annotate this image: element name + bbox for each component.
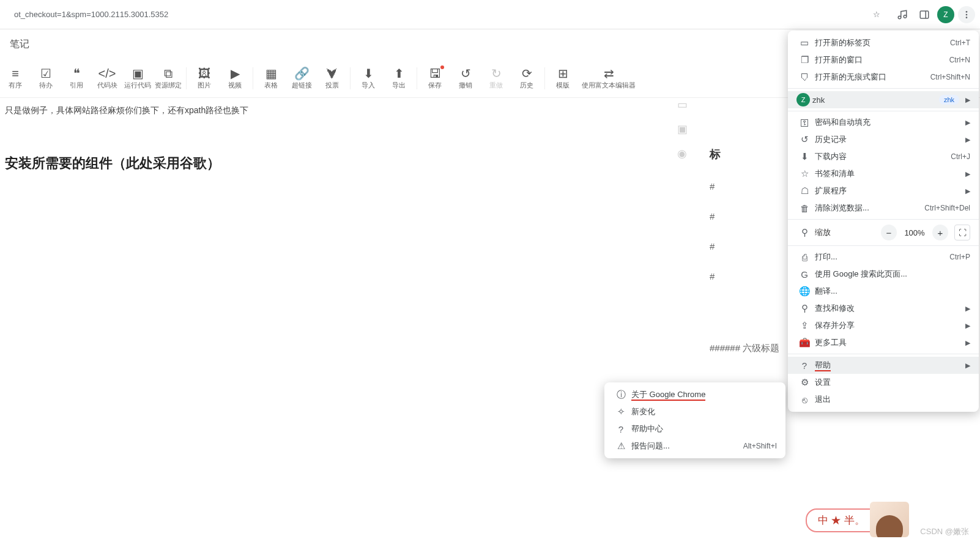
sparkle-icon: ✧ [613,406,629,417]
menu-new-window[interactable]: ❐打开新的窗口Ctrl+N [788,51,979,69]
list-icon: ≡ [12,66,19,81]
tab-icon: ▭ [796,37,812,48]
exit-icon: ⎋ [796,395,812,405]
bookmark-star-icon[interactable]: ☆ [873,10,880,19]
toolbar-import-button[interactable]: ⬇导入 [353,62,384,95]
vote-icon: ⮟ [326,66,338,81]
svg-point-5 [966,13,968,15]
toolbar-label: 重做 [489,81,503,90]
menu-more-tools[interactable]: 🧰更多工具▶ [788,334,979,351]
toolbar-save-button[interactable]: 🖫保存 [420,62,450,95]
bind-icon: ⧉ [164,66,173,81]
menu-help[interactable]: ?帮助▶ [788,357,979,374]
help-icon: ? [796,360,812,371]
chrome-menu-button[interactable] [958,6,975,23]
video-icon: ▶ [231,66,240,81]
tools-icon: 🧰 [796,337,812,348]
toolbar-vote-button[interactable]: ⮟投票 [317,62,347,95]
download-icon: ⬇ [796,151,812,162]
code-icon: </> [98,66,116,81]
unsaved-dot-icon [440,65,444,69]
key-icon: ⚿ [796,117,812,128]
toolbar-label: 表格 [264,81,278,90]
menu-translate[interactable]: 🌐翻译... [788,283,979,300]
incognito-icon: ⛉ [796,72,812,83]
book-icon[interactable]: ▣ [677,122,688,136]
toolbar-img-button[interactable]: 🖼图片 [189,62,220,95]
toolbar-label: 导入 [362,81,375,90]
url-box[interactable]: ot_checkout=1&spm=1000.2115.3001.5352 ☆ [5,4,889,25]
menu-find[interactable]: ⚲查找和修改▶ [788,300,979,317]
table-icon: ▦ [265,66,277,81]
toolbar-undo-button[interactable]: ↺撤销 [450,62,481,95]
media-control-icon[interactable] [893,6,911,24]
menu-incognito[interactable]: ⛉打开新的无痕式窗口Ctrl+Shift+N [788,69,979,86]
template-icon: ⊞ [558,66,568,81]
find-icon: ⚲ [796,303,812,314]
menu-zoom-row: ⚲ 缩放 − 100% + ⛶ [788,222,979,243]
toolbar-code-button[interactable]: </>代码块 [92,62,122,95]
menu-history[interactable]: ↺历史记录▶ [788,131,979,148]
menu-exit[interactable]: ⎋退出 [788,391,979,408]
watermark: CSDN @嫩张 [920,526,969,537]
toolbar-rte-button[interactable]: ⇄使用富文本编辑器 [578,62,639,95]
menu-extensions[interactable]: ☖扩展程序▶ [788,182,979,199]
window-icon: ❐ [796,54,812,65]
run-icon: ▣ [132,66,144,81]
gear-icon: ⚙ [796,377,812,388]
translate-icon: 🌐 [796,286,812,297]
menu-new-tab[interactable]: ▭打开新的标签页Ctrl+T [788,34,979,51]
extension-icon: ☖ [796,185,812,196]
doc-breadcrumb: 笔记 [10,38,29,51]
submenu-about-chrome[interactable]: ⓘ关于 Google Chrome [604,386,785,403]
toolbar-label: 待办 [39,81,53,90]
toolbar-label: 使用富文本编辑器 [582,81,636,90]
export-icon: ⬆ [394,66,404,81]
toolbar-quote-button[interactable]: ❝引用 [61,62,92,95]
menu-save-share[interactable]: ⇪保存并分享▶ [788,317,979,334]
svg-point-4 [966,11,968,13]
side-tool-icons: ▭ ▣ ◉ [671,98,693,160]
toolbar-label: 超链接 [292,81,312,90]
rte-icon: ⇄ [604,66,614,81]
toolbar-list-button[interactable]: ≡有序 [0,62,31,95]
toolbar-label: 图片 [198,81,211,90]
menu-google-search[interactable]: G使用 Google 搜索此页面... [788,266,979,283]
submenu-help-center[interactable]: ?帮助中心 [604,420,785,437]
help-icon: ? [613,424,629,434]
profile-avatar[interactable]: Z [937,6,954,23]
submenu-report-issue[interactable]: ⚠报告问题...Alt+Shift+I [604,437,785,455]
toolbar-history-button[interactable]: ⟳历史 [511,62,542,95]
toolbar-table-button[interactable]: ▦表格 [256,62,286,95]
menu-settings[interactable]: ⚙设置 [788,374,979,391]
toolbar-export-button[interactable]: ⬆导出 [384,62,414,95]
toolbar-video-button[interactable]: ▶视频 [220,62,250,95]
eye-icon[interactable]: ◉ [677,147,687,160]
menu-downloads[interactable]: ⬇下载内容Ctrl+J [788,148,979,165]
history-icon: ⟳ [522,66,532,81]
menu-profile[interactable]: Zzhkzhk▶ [788,91,979,108]
toolbar-template-button[interactable]: ⊞模版 [548,62,578,95]
toolbar-bind-button[interactable]: ⧉资源绑定 [153,62,184,95]
toolbar-label: 引用 [70,81,83,90]
redo-icon: ↻ [491,66,502,81]
toolbar-link-button[interactable]: 🔗超链接 [286,62,317,95]
fullscreen-button[interactable]: ⛶ [954,225,970,240]
submenu-whats-new[interactable]: ✧新变化 [604,403,785,420]
panel-toggle-icon[interactable]: ▭ [677,98,688,111]
quote-icon: ❝ [73,66,80,81]
svg-point-1 [904,15,907,18]
side-panel-icon[interactable] [915,6,934,24]
menu-clear-data[interactable]: 🗑清除浏览数据...Ctrl+Shift+Del [788,199,979,217]
toolbar-run-button[interactable]: ▣运行代码 [122,62,153,95]
zoom-in-button[interactable]: + [932,225,948,240]
toolbar-redo-button[interactable]: ↻重做 [481,62,511,95]
menu-bookmarks[interactable]: ☆书签和清单▶ [788,165,979,182]
toolbar-check-button[interactable]: ☑待办 [31,62,61,95]
google-icon: G [796,269,812,280]
menu-passwords[interactable]: ⚿密码和自动填充▶ [788,114,979,131]
menu-print[interactable]: ⎙打印...Ctrl+P [788,248,979,266]
floating-avatar-image[interactable] [870,502,909,537]
zoom-out-button[interactable]: − [881,225,897,240]
share-icon: ⇪ [796,320,812,331]
